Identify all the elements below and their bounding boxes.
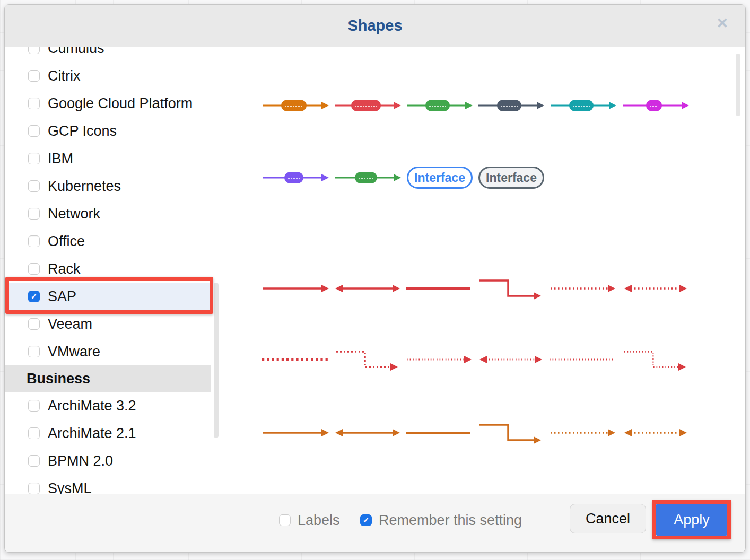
checkbox-sap[interactable]	[28, 291, 40, 302]
sidebar-item-label: Citrix	[48, 68, 81, 84]
sidebar-scrollbar-thumb[interactable]	[214, 283, 219, 438]
dialog-header: Shapes ✕	[5, 5, 745, 47]
checkbox-office[interactable]	[28, 235, 40, 247]
sidebar-item-sysml[interactable]: SysML	[5, 475, 211, 495]
checkbox-google-cloud-platform[interactable]	[28, 98, 40, 109]
apply-button[interactable]: Apply	[656, 504, 727, 536]
labels-checkbox-box[interactable]	[279, 514, 291, 526]
shape-pill-arrow	[620, 91, 692, 120]
sidebar-item-label: GCP Icons	[48, 123, 117, 139]
sidebar-item-cumulus[interactable]: Cumulus	[5, 47, 211, 62]
sidebar-item-label: BPMN 2.0	[48, 453, 113, 469]
sidebar-item-office[interactable]: Office	[5, 228, 211, 255]
sidebar-item-label: ArchiMate 3.2	[48, 398, 136, 414]
sidebar-item-label: SysML	[48, 480, 92, 495]
sidebar-item-archimate-2-1[interactable]: ArchiMate 2.1	[5, 419, 211, 447]
sidebar-item-veeam[interactable]: Veeam	[5, 310, 211, 338]
sidebar-item-network[interactable]: Network	[5, 200, 211, 228]
sidebar-item-label: Google Cloud Platform	[48, 95, 193, 112]
checkbox-network[interactable]	[28, 208, 40, 220]
shape-arrow	[260, 418, 332, 448]
checkbox-archimate-3-2[interactable]	[28, 400, 40, 412]
close-icon[interactable]: ✕	[716, 16, 728, 31]
shape-dotted-line-fine	[547, 345, 620, 374]
checkbox-veeam[interactable]	[28, 318, 40, 330]
shape-dotted-step-arrow-fine	[620, 345, 692, 374]
checkbox-cumulus[interactable]	[28, 47, 40, 54]
shape-pill-arrow	[547, 91, 620, 120]
shape-preview-panel: InterfaceInterface	[220, 47, 745, 495]
remember-checkbox-label: Remember this setting	[379, 512, 522, 529]
shape-pill-arrow	[332, 91, 404, 120]
checkbox-sysml[interactable]	[28, 483, 40, 494]
shape-line	[404, 274, 476, 303]
shape-dotted-arrow-fine	[404, 345, 476, 374]
sidebar-item-label: Network	[48, 206, 100, 222]
library-sidebar: CumulusCitrixGoogle Cloud PlatformGCP Ic…	[5, 47, 219, 495]
shape-pill-arrow	[260, 163, 332, 192]
sidebar-item-bpmn-2-0[interactable]: BPMN 2.0	[5, 447, 211, 475]
sidebar-item-citrix[interactable]: Citrix	[5, 62, 211, 90]
sidebar-item-google-cloud-platform[interactable]: Google Cloud Platform	[5, 90, 211, 117]
panel-scrollbar-thumb[interactable]	[736, 54, 740, 116]
sidebar-item-label: Veeam	[48, 316, 92, 332]
shape-step-arrow	[475, 418, 547, 448]
checkbox-gcp-icons[interactable]	[28, 125, 40, 137]
annotation-box-apply: Apply	[652, 500, 731, 539]
dialog-body: CumulusCitrixGoogle Cloud PlatformGCP Ic…	[5, 47, 745, 495]
sidebar-item-label: Kubernetes	[48, 178, 121, 195]
cancel-button[interactable]: Cancel	[570, 504, 646, 533]
shape-dotted-line-bold	[260, 345, 332, 374]
shape-interface-pill: Interface	[478, 167, 544, 189]
dialog-footer: Labels Remember this setting Cancel	[5, 494, 745, 552]
shape-line	[404, 418, 476, 448]
sidebar-item-label: SAP	[48, 288, 76, 305]
remember-checkbox-box[interactable]	[360, 514, 372, 526]
shape-arrow	[260, 274, 332, 303]
sidebar-item-label: Rack	[48, 261, 81, 277]
sidebar-item-label: Cumulus	[48, 47, 104, 57]
remember-setting-checkbox[interactable]: Remember this setting	[360, 514, 522, 527]
sidebar-item-label: VMware	[48, 344, 100, 360]
shape-dotted-double-arrow-fine	[475, 345, 547, 374]
shape-dotted-arrow	[547, 418, 620, 448]
shape-pill-arrow	[332, 163, 404, 192]
sidebar-item-label: Office	[48, 233, 85, 250]
page-background: Shapes ✕ CumulusCitrixGoogle Cloud Platf…	[0, 0, 750, 560]
shape-dotted-double-arrow	[620, 418, 692, 448]
sidebar-item-rack[interactable]: Rack	[5, 255, 211, 283]
shape-interface-pill: Interface	[407, 167, 473, 189]
sidebar-item-archimate-3-2[interactable]: ArchiMate 3.2	[5, 392, 211, 419]
checkbox-ibm[interactable]	[28, 153, 40, 164]
sidebar-item-vmware[interactable]: VMware	[5, 338, 211, 365]
shape-double-arrow	[332, 274, 404, 303]
library-list: CumulusCitrixGoogle Cloud PlatformGCP Ic…	[5, 47, 211, 495]
sidebar-item-ibm[interactable]: IBM	[5, 145, 211, 172]
dialog-title: Shapes	[347, 17, 402, 34]
shape-dotted-arrow	[547, 274, 620, 303]
shape-pill-arrow	[260, 91, 332, 120]
shape-pill-arrow	[475, 91, 547, 120]
shape-pill-arrow	[404, 91, 476, 120]
labels-checkbox-label: Labels	[298, 512, 340, 529]
checkbox-bpmn-2-0[interactable]	[28, 455, 40, 467]
checkbox-citrix[interactable]	[28, 70, 40, 82]
checkbox-rack[interactable]	[28, 263, 40, 275]
sidebar-item-label: IBM	[48, 151, 73, 167]
sidebar-item-gcp-icons[interactable]: GCP Icons	[5, 117, 211, 145]
shape-double-arrow	[332, 418, 404, 448]
shape-dotted-step-arrow	[332, 345, 404, 374]
shape-dotted-double-arrow	[620, 274, 692, 303]
sidebar-item-kubernetes[interactable]: Kubernetes	[5, 172, 211, 200]
checkbox-archimate-2-1[interactable]	[28, 427, 40, 439]
checkbox-kubernetes[interactable]	[28, 180, 40, 192]
sidebar-section-business: Business	[5, 365, 211, 392]
sidebar-item-label: ArchiMate 2.1	[48, 425, 136, 442]
shape-step-arrow	[475, 274, 547, 303]
checkbox-vmware[interactable]	[28, 346, 40, 357]
sidebar-item-sap[interactable]: SAP	[5, 283, 211, 310]
shapes-dialog: Shapes ✕ CumulusCitrixGoogle Cloud Platf…	[4, 4, 746, 553]
labels-checkbox[interactable]: Labels	[279, 514, 340, 527]
